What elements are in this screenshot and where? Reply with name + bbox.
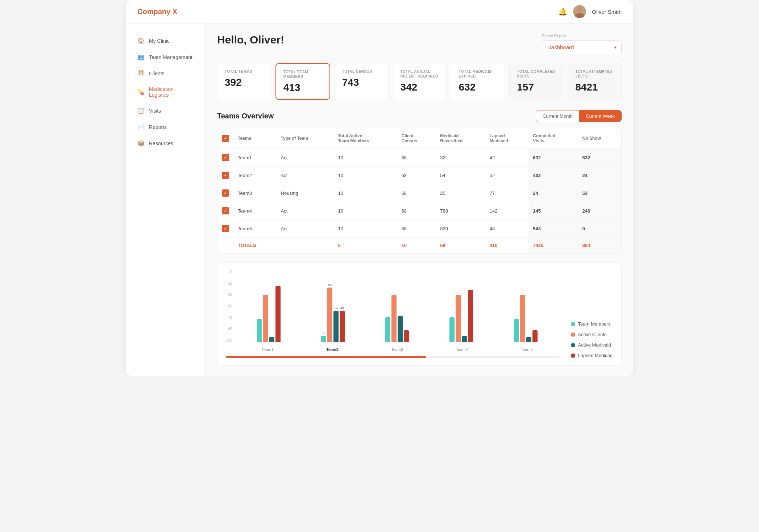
row-checkbox[interactable]: ✓ <box>217 149 233 167</box>
stat-value: 8421 <box>575 81 614 93</box>
bar-wrapper: 14 <box>333 270 339 342</box>
header: Company X 🔔 Oliver Smith <box>126 0 633 24</box>
row-checkbox[interactable]: ✓ <box>217 167 233 184</box>
bar-data-label: 8 <box>323 331 324 335</box>
totals-completed: 7425 <box>528 238 578 254</box>
chart-wrap: 11090705030100 8831448 Team1Team2Team3Te… <box>226 270 559 352</box>
select-report-dropdown[interactable]: Dashboard <box>542 40 622 54</box>
stat-value: 413 <box>283 82 322 93</box>
sidebar-item-clients[interactable]: 🧑‍🤝‍🧑 Clients <box>129 66 202 81</box>
no-show: 53 <box>578 184 621 202</box>
th-total-active-members: Total ActiveTeam Members <box>333 128 397 149</box>
no-show: 246 <box>578 202 621 220</box>
main-topbar: Hello, Oliver! Select Report Dashboard <box>217 34 622 54</box>
toggle-current-week[interactable]: Current Week <box>579 110 621 122</box>
table-row: ✓ Team5 Act 10 68 820 48 543 0 <box>217 220 621 238</box>
sidebar-item-label: Visits <box>149 108 161 114</box>
stat-label: TOTAL COMPLETED VISITS <box>517 69 556 79</box>
sidebar-item-team-management[interactable]: 👥 Team Management <box>129 49 202 65</box>
resources-icon: 📦 <box>137 140 145 147</box>
team-name: Team4 <box>233 202 277 220</box>
table-row: ✓ Team1 Act 10 68 32 42 632 532 <box>217 149 621 167</box>
x-axis-label: Team3 <box>365 347 430 352</box>
sidebar-item-my-clinic[interactable]: 🏠 My Clinic <box>129 33 202 49</box>
table-row: ✓ Team3 Housing 10 68 25 77 24 53 <box>217 184 621 202</box>
sidebar-item-resources[interactable]: 📦 Resources <box>129 135 202 151</box>
stat-value: 342 <box>401 81 439 93</box>
bar <box>404 330 409 342</box>
bar <box>462 336 467 342</box>
sidebar-item-reports[interactable]: 📄 Reports <box>129 119 202 135</box>
bar <box>456 295 461 342</box>
stat-label: TOTAL MEDICAID EXPIRED <box>459 69 497 79</box>
bar <box>340 311 345 342</box>
stat-card-annual-recert: TOTAL ANNUAL RECERT REQUIRED 342 <box>393 63 447 100</box>
active-members: 10 <box>333 149 397 167</box>
bar-wrapper: 8 <box>321 270 326 342</box>
legend-dot <box>571 343 575 347</box>
th-no-show: No Show <box>578 128 621 149</box>
section-title: Teams Overview <box>217 112 274 120</box>
y-axis-label: 90 <box>226 327 232 331</box>
th-lapsed-medicaid: LapsedMedicaid <box>485 128 528 149</box>
totals-active-members: 5 <box>333 238 397 254</box>
stat-value: 632 <box>459 81 497 93</box>
toggle-current-month[interactable]: Current Month <box>536 110 579 122</box>
census: 68 <box>397 149 436 167</box>
no-show: 0 <box>578 220 621 238</box>
select-all-checkbox[interactable]: ✓ <box>222 135 229 142</box>
row-checkbox[interactable]: ✓ <box>217 184 233 202</box>
row-checkbox[interactable]: ✓ <box>217 202 233 220</box>
chart-area: 11090705030100 8831448 Team1Team2Team3Te… <box>226 270 613 358</box>
x-axis-label: Team4 <box>430 347 494 352</box>
sidebar-item-label: Resources <box>149 141 173 146</box>
stat-card-total-census: TOTAL CENSUS 743 <box>335 63 389 100</box>
team-type: Act <box>277 220 334 238</box>
svg-point-0 <box>577 7 582 12</box>
bar-wrapper <box>526 270 531 342</box>
bar <box>391 295 397 342</box>
x-labels: Team1Team2Team3Team4Team5 <box>235 345 559 352</box>
greeting: Hello, Oliver! <box>217 34 284 46</box>
legend-dot <box>571 332 575 337</box>
bar-data-label: 83 <box>328 283 332 287</box>
bar <box>257 319 262 342</box>
bar-group <box>366 270 428 342</box>
lapsed-medicaid: 77 <box>485 184 528 202</box>
totals-empty <box>217 238 233 254</box>
sidebar-item-label: My Clinic <box>149 38 170 44</box>
th-medicaid-recertified: MedicaidRecertified <box>436 128 485 149</box>
svg-point-1 <box>575 13 584 18</box>
row-checkbox[interactable]: ✓ <box>217 220 233 238</box>
stat-card-total-team-members: TOTAL TEAM MEMBERS 413 <box>275 63 330 100</box>
bar <box>269 337 274 342</box>
totals-empty2 <box>277 238 334 254</box>
bar-wrapper <box>391 270 397 342</box>
legend-dot <box>571 353 575 358</box>
census: 68 <box>397 202 436 220</box>
lapsed-medicaid: 52 <box>485 167 528 184</box>
period-toggle: Current Month Current Week <box>536 110 622 122</box>
bar-wrapper <box>404 270 409 342</box>
scrollbar-thumb[interactable] <box>226 356 426 358</box>
sidebar-item-label: Reports <box>149 124 167 130</box>
stat-card-completed-visits: TOTAL COMPLETED VISITS 157 <box>509 63 563 100</box>
bar-group <box>238 270 299 342</box>
visits-icon: 📋 <box>137 107 145 114</box>
sidebar: 🏠 My Clinic 👥 Team Management 🧑‍🤝‍🧑 Clie… <box>126 24 206 376</box>
home-icon: 🏠 <box>137 37 145 44</box>
y-axis-label: 30 <box>226 293 232 297</box>
sidebar-item-medication-logistics[interactable]: 💊 Medication Logistics <box>129 82 202 102</box>
main-content: Hello, Oliver! Select Report Dashboard T… <box>206 24 633 376</box>
notification-bell-icon[interactable]: 🔔 <box>558 7 567 16</box>
bar-group: 8831448 <box>302 270 364 342</box>
bar <box>532 330 538 342</box>
medicaid-recert: 788 <box>436 202 485 220</box>
sidebar-item-visits[interactable]: 📋 Visits <box>129 103 202 118</box>
th-client-census: ClientCensus <box>397 128 436 149</box>
stat-cards: TOTAL TEAMS 392 TOTAL TEAM MEMBERS 413 T… <box>217 63 622 100</box>
bar-data-label: 14 <box>334 306 338 310</box>
stat-label: TOTAL CENSUS <box>342 69 381 74</box>
stat-label: TOTAL TEAMS <box>225 69 264 74</box>
completed-visits: 543 <box>528 220 578 238</box>
